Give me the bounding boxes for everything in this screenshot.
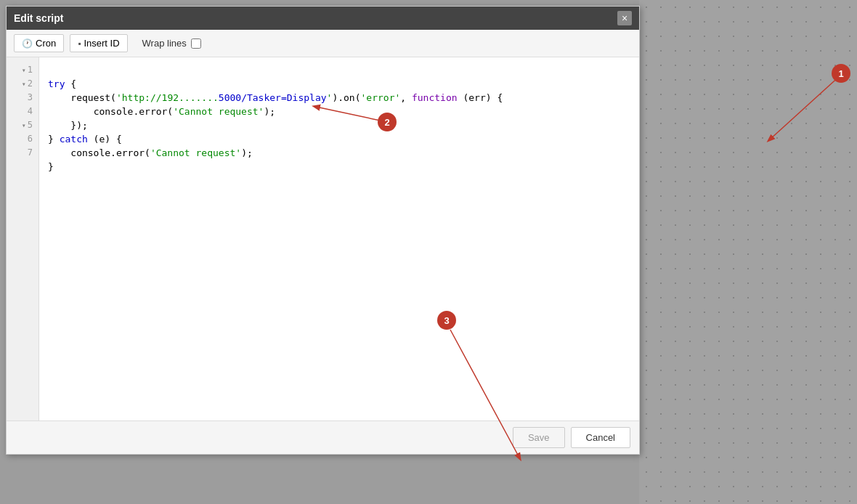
line-num-4: 4: [7, 105, 38, 118]
save-button[interactable]: Save: [513, 427, 565, 448]
square-icon: ▪: [78, 38, 81, 49]
keyword-catch: catch: [60, 134, 88, 145]
wrap-lines-label: Wrap lines: [142, 38, 187, 49]
keyword-function: function: [412, 92, 458, 103]
modal-toolbar: 🕐 Cron ▪ Insert ID Wrap lines: [7, 30, 639, 57]
modal-close-button[interactable]: ×: [617, 11, 632, 25]
cron-button[interactable]: 🕐 Cron: [14, 34, 64, 52]
code-editor[interactable]: ▾ 1 ▾ 2 3 4 ▾ 5 6 7 try {: [7, 57, 639, 420]
line-num-2: ▾ 2: [7, 77, 38, 91]
edit-script-modal: Edit script × 🕐 Cron ▪ Insert ID Wrap li…: [6, 6, 640, 455]
line-numbers: ▾ 1 ▾ 2 3 4 ▾ 5 6 7: [7, 57, 39, 420]
annotation-circle-3: 3: [437, 311, 456, 330]
modal-header: Edit script ×: [7, 7, 639, 30]
fold-arrow-2: ▾: [22, 77, 26, 91]
annotation-circle-1: 1: [832, 64, 850, 83]
clock-icon: 🕐: [22, 38, 33, 49]
line-num-3: 3: [7, 91, 38, 105]
keyword-try: try: [48, 78, 65, 89]
wrap-lines-checkbox[interactable]: [191, 38, 201, 49]
line-num-6: 6: [7, 132, 38, 146]
annotation-circle-2: 2: [378, 113, 397, 131]
line-num-7: 7: [7, 146, 38, 160]
cancel-button[interactable]: Cancel: [571, 427, 630, 448]
modal-title: Edit script: [14, 12, 63, 24]
annotation-1: 1: [832, 64, 850, 83]
fold-arrow-1: ▾: [22, 63, 26, 77]
insert-id-label: Insert ID: [84, 38, 119, 49]
line-num-5: ▾ 5: [7, 118, 38, 132]
cron-label: Cron: [36, 38, 56, 49]
annotation-2: 2: [378, 113, 397, 131]
line-num-1: ▾ 1: [7, 63, 38, 77]
insert-id-button[interactable]: ▪ Insert ID: [70, 34, 127, 52]
annotation-3: 3: [437, 311, 456, 330]
string-url: 'http://192.......5000/Tasker=Display': [116, 92, 332, 103]
fold-arrow-5: ▾: [22, 118, 26, 132]
modal-footer: Save Cancel: [7, 420, 639, 454]
code-content[interactable]: try { request('http://192.......5000/Tas…: [39, 57, 639, 420]
wrap-lines-option: Wrap lines: [142, 38, 201, 49]
